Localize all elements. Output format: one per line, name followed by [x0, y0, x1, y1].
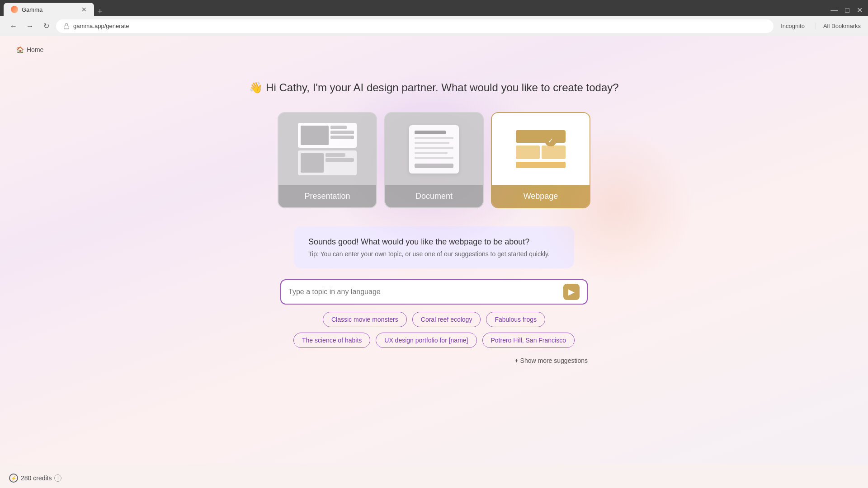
slide-line-1 — [330, 126, 347, 129]
document-illustration — [409, 125, 459, 174]
prompt-section: Sounds good! What would you like the web… — [294, 226, 574, 268]
tab-bar: Gamma ✕ ＋ — □ ✕ — [0, 0, 868, 16]
webpage-preview: ✓ — [492, 113, 590, 185]
back-btn[interactable]: ← — [7, 20, 20, 33]
address-bar[interactable]: gamma.app/generate — [56, 19, 774, 33]
suggestion-coral-reef[interactable]: Coral reef ecology — [412, 312, 481, 327]
webpage-label: Webpage — [492, 185, 590, 207]
web-block-1 — [516, 145, 540, 159]
document-label: Document — [385, 185, 483, 207]
submit-arrow-icon: ▶ — [568, 287, 575, 297]
document-preview — [385, 113, 483, 185]
show-more-label: + Show more suggestions — [515, 357, 588, 364]
prompt-tip: Tip: You can enter your own topic, or us… — [308, 250, 560, 258]
slide-2 — [298, 150, 357, 175]
tab-favicon — [11, 6, 18, 13]
greeting-text: 👋 Hi Cathy, I'm your AI design partner. … — [249, 81, 618, 94]
slide2-text-block — [326, 153, 354, 173]
suggestion-ux-design[interactable]: UX design portfolio for [name] — [376, 333, 476, 348]
web-block-2 — [542, 145, 566, 159]
suggestion-fabulous-frogs[interactable]: Fabulous frogs — [486, 312, 545, 327]
suggestions-row-2: The science of habits UX design portfoli… — [280, 333, 588, 348]
home-label: Home — [27, 46, 43, 53]
search-submit-btn[interactable]: ▶ — [563, 284, 580, 300]
suggestion-potrero-hill[interactable]: Potrero Hill, San Francisco — [482, 333, 575, 348]
slide-image-block — [301, 126, 329, 145]
main-content: 👋 Hi Cathy, I'm your AI design partner. … — [0, 63, 868, 368]
forward-btn[interactable]: → — [24, 20, 36, 33]
nav-bar: ← → ↻ gamma.app/generate Incognito All B… — [0, 16, 868, 36]
new-tab-btn[interactable]: ＋ — [96, 5, 104, 16]
presentation-card[interactable]: Presentation — [278, 112, 377, 208]
doc-footer — [415, 164, 453, 168]
presentation-illustration — [298, 123, 357, 175]
home-button[interactable]: 🏠 Home — [11, 43, 49, 56]
web-bottom — [516, 162, 566, 168]
svg-rect-0 — [64, 26, 69, 28]
doc-header — [415, 131, 446, 134]
app-nav: 🏠 Home — [0, 36, 868, 63]
slide-text-block — [330, 126, 354, 145]
tab-close-btn[interactable]: ✕ — [81, 6, 87, 13]
suggestion-classic-monsters[interactable]: Classic movie monsters — [323, 312, 407, 327]
bookmarks-label: All Bookmarks — [816, 23, 861, 29]
search-box[interactable]: ▶ — [280, 279, 588, 305]
refresh-btn[interactable]: ↻ — [40, 20, 52, 33]
maximize-btn[interactable]: □ — [843, 4, 851, 16]
suggestions-row-1: Classic movie monsters Coral reef ecolog… — [280, 312, 588, 327]
doc-line-2 — [415, 142, 449, 144]
show-more-btn[interactable]: + Show more suggestions — [280, 353, 588, 368]
active-tab[interactable]: Gamma ✕ — [4, 3, 94, 16]
slide-1 — [298, 123, 357, 148]
doc-line-4 — [415, 152, 448, 154]
slide2-line-2 — [326, 158, 354, 162]
prompt-title: Sounds good! What would you like the web… — [308, 237, 560, 247]
web-header — [516, 130, 566, 143]
type-cards-container: Presentation Document — [278, 112, 590, 208]
home-icon: 🏠 — [16, 46, 24, 53]
presentation-label: Presentation — [278, 185, 376, 207]
topic-input[interactable] — [288, 288, 558, 296]
slide2-line-1 — [326, 153, 345, 157]
slide-line-3 — [330, 136, 354, 139]
credits-info-icon[interactable]: i — [54, 474, 61, 482]
doc-line-3 — [415, 147, 453, 149]
tab-title: Gamma — [22, 6, 42, 13]
address-text: gamma.app/generate — [73, 23, 129, 29]
doc-line-1 — [415, 137, 453, 139]
search-container: ▶ Classic movie monsters Coral reef ecol… — [280, 279, 588, 368]
presentation-preview — [278, 113, 376, 185]
credits-amount: 280 credits — [21, 474, 52, 482]
suggestion-science-habits[interactable]: The science of habits — [293, 333, 370, 348]
slide2-image-block — [301, 153, 324, 173]
incognito-label: Incognito — [781, 23, 805, 29]
web-content-row — [516, 145, 566, 159]
document-card[interactable]: Document — [384, 112, 484, 208]
web-checkmark-icon: ✓ — [545, 135, 557, 146]
webpage-illustration: ✓ — [511, 126, 570, 173]
close-btn[interactable]: ✕ — [855, 4, 864, 16]
credits-bar: ⚡ 280 credits i — [0, 468, 71, 488]
minimize-btn[interactable]: — — [829, 4, 840, 16]
lock-icon — [63, 23, 70, 29]
slide-line-2 — [330, 131, 354, 134]
webpage-card[interactable]: ✓ Webpage — [491, 112, 590, 208]
doc-line-5 — [415, 157, 453, 159]
credits-icon: ⚡ — [9, 474, 18, 483]
page-background: 🏠 Home 👋 Hi Cathy, I'm your AI design pa… — [0, 36, 868, 465]
